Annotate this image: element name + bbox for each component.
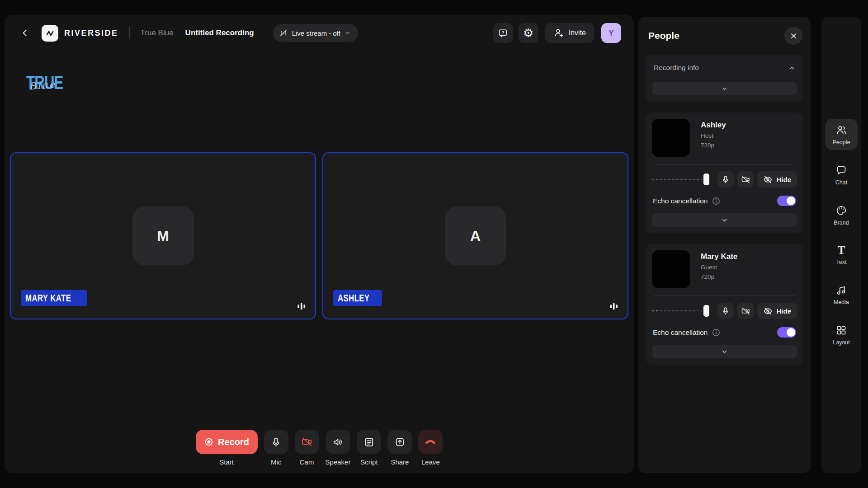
slider-track [652,179,702,180]
volume-slider[interactable] [652,303,709,319]
layout-grid-icon [835,324,847,336]
volume-slider[interactable] [652,171,709,188]
echo-label-group: Echo cancellation [653,197,720,205]
live-stream-dropdown[interactable]: Live stream - off [273,24,358,42]
svg-text:?: ? [502,30,505,35]
rail-item-text[interactable]: T Text [825,239,858,270]
user-avatar[interactable]: Y [601,23,621,43]
eye-off-icon [763,306,773,316]
participant-card-mary-kate: Mary Kate Guest 720p [646,244,803,365]
cam-button[interactable] [295,430,319,454]
eye-off-icon [763,175,773,184]
camera-off-icon [741,175,750,184]
project-name[interactable]: True Blue [141,28,174,38]
avatar: A [445,206,506,265]
recording-info-section: Recording info [646,55,803,102]
record-group: Record Start [196,430,258,466]
recording-title[interactable]: Untitled Recording [185,28,254,38]
participant-cam-button[interactable] [737,303,754,319]
slider-track [652,310,702,311]
participant-resolution: 720p [701,273,737,280]
rail-label: Media [834,299,849,305]
share-label: Share [391,458,409,466]
participant-controls: Hide [652,303,797,319]
camera-off-icon [741,306,750,316]
participant-summary: Ashley Host 720p [652,119,797,157]
echo-cancellation-row: Echo cancellation [652,327,797,338]
rail-item-media[interactable]: Media [825,279,858,310]
live-stream-off-icon [279,28,288,38]
avatar-initial: M [157,228,169,244]
avatar-initial: A [470,228,481,244]
leave-button[interactable] [418,430,443,454]
participant-expand-button[interactable] [652,213,797,227]
toggle-knob [787,197,795,205]
gear-icon: ⚙ [523,27,533,39]
stage-area: RIVERSIDE True Blue Untitled Recording L… [5,15,634,473]
record-icon [204,437,214,447]
close-panel-button[interactable] [784,27,802,45]
share-button[interactable] [387,430,412,454]
panel-title: People [648,30,679,41]
share-icon [394,436,406,448]
settings-button[interactable]: ⚙ [519,23,538,43]
echo-cancellation-toggle[interactable] [777,196,796,206]
slider-handle[interactable] [703,174,709,185]
rail-label: People [833,139,850,145]
participant-thumbnail[interactable] [652,250,690,288]
name-badge: MARY KATE [21,290,87,306]
participant-cam-button[interactable] [737,171,754,188]
leave-label: Leave [421,458,440,466]
hide-participant-button[interactable]: Hide [757,303,797,319]
bottom-toolbar: Record Start Mic [5,430,634,466]
script-button[interactable] [357,430,381,454]
topbar-divider [129,27,130,39]
help-button[interactable]: ? [493,23,513,43]
script-group: Script [357,430,381,466]
record-button[interactable]: Record [196,430,258,454]
video-tile-mary-kate[interactable]: M MARY KATE [10,152,316,319]
slider-handle[interactable] [703,305,709,317]
hang-up-icon [425,436,436,448]
info-icon[interactable] [712,328,720,337]
hide-label: Hide [776,307,791,315]
echo-cancellation-toggle[interactable] [777,327,796,338]
rail-item-people[interactable]: People [825,119,858,150]
participant-info: Mary Kate Guest 720p [701,250,737,288]
participant-mic-button[interactable] [717,171,734,188]
share-group: Share [387,430,412,466]
invite-label: Invite [569,29,586,37]
avatar: M [132,206,194,265]
hide-participant-button[interactable]: Hide [757,171,797,188]
divider [653,164,796,164]
rail-item-brand[interactable]: Brand [825,199,858,230]
hide-label: Hide [776,176,791,183]
chevron-down-icon [344,30,351,36]
person-plus-icon [553,28,564,38]
participant-expand-button[interactable] [652,345,797,358]
name-badge-label: MARY KATE [25,292,71,304]
camera-off-icon [301,436,313,448]
echo-cancellation-label: Echo cancellation [653,328,708,337]
mic-button[interactable] [264,430,288,454]
participant-controls: Hide [652,171,797,188]
recording-info-header[interactable]: Recording info [652,61,797,75]
recording-info-expand-button[interactable] [652,82,797,95]
name-badge-label: ASHLEY [338,292,370,304]
participant-thumbnail[interactable] [652,119,690,157]
chat-icon [835,164,847,176]
participant-resolution: 720p [701,142,726,149]
participant-card-ashley: Ashley Host 720p [646,113,803,233]
mic-group: Mic [264,430,288,466]
video-tile-ashley[interactable]: A ASHLEY [322,152,628,319]
back-button[interactable] [18,26,32,40]
rail-item-layout[interactable]: Layout [825,319,858,350]
invite-button[interactable]: Invite [545,23,594,43]
palette-icon [835,205,847,216]
toggle-knob [787,328,795,337]
participant-mic-button[interactable] [717,303,734,319]
speaker-button[interactable] [326,430,350,454]
info-icon[interactable] [712,197,720,205]
rail-item-chat[interactable]: Chat [825,159,858,190]
recording-info-label: Recording info [654,64,699,72]
